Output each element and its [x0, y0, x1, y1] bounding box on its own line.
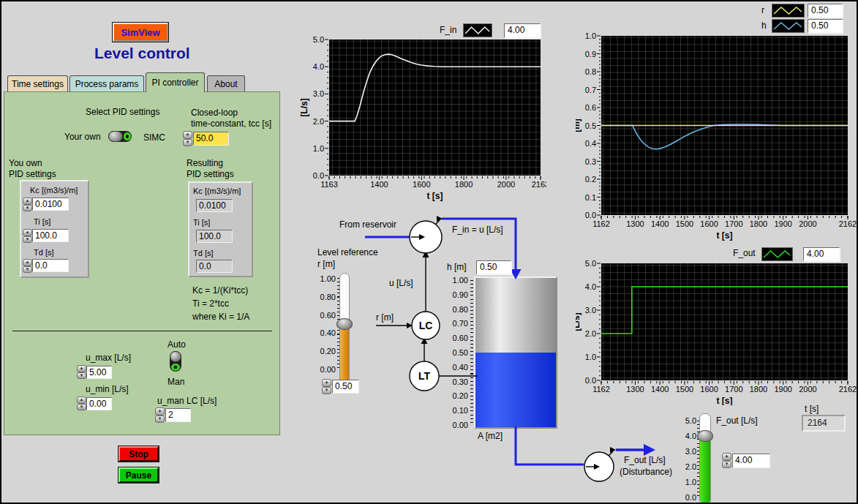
r-arrowhead — [407, 323, 413, 328]
tank-ticks — [470, 280, 473, 426]
level-ref-down[interactable]: ▼ — [322, 387, 331, 395]
scale-label: 1.00 — [320, 274, 336, 283]
own-td-spinner[interactable]: ▲▼ — [23, 259, 32, 273]
level-ref-slider-track[interactable] — [339, 273, 350, 390]
umin-spinner[interactable]: ▲▼ — [77, 396, 86, 410]
own-kc-field[interactable]: 0.0100 — [32, 198, 69, 211]
tcc-spin-up[interactable]: ▲ — [183, 131, 192, 139]
res-td-label: Td [s] — [193, 249, 214, 258]
fout-chart: 0.01.02.03.04.05.01162130014001500160017… — [576, 259, 858, 405]
own-ti-spinner[interactable]: ▲▼ — [23, 229, 32, 243]
umin-up[interactable]: ▲ — [77, 396, 86, 404]
umin-down[interactable]: ▼ — [77, 404, 86, 411]
formula-ti: Ti = 2*tcc — [192, 299, 229, 309]
svg-text:1162: 1162 — [592, 385, 610, 394]
own-td-field[interactable]: 0.0 — [32, 259, 69, 272]
svg-text:4.0: 4.0 — [313, 62, 324, 71]
resulting-pid-title-1: Resulting — [187, 159, 223, 168]
svg-text:1600: 1600 — [413, 180, 430, 189]
toggle-knob[interactable] — [108, 131, 123, 142]
fout-down[interactable]: ▼ — [722, 461, 731, 469]
tcc-spin-down[interactable]: ▼ — [183, 139, 192, 147]
svg-text:1162: 1162 — [592, 219, 610, 228]
umin-field[interactable]: 0.00 — [86, 397, 112, 410]
scale-label: 0.30 — [453, 377, 468, 386]
uman-field[interactable]: 2 — [165, 408, 191, 422]
uman-down[interactable]: ▼ — [155, 415, 165, 424]
umax-down[interactable]: ▼ — [77, 372, 86, 380]
level-ref-label-1: Level reference — [317, 248, 378, 257]
page-title: Level control — [94, 45, 190, 62]
level-ref-slider-knob[interactable] — [336, 318, 353, 330]
valve1-stem-arrowhead — [437, 216, 443, 222]
fin-equation-label: F_in = u [L/s] — [452, 225, 503, 235]
svg-text:1600: 1600 — [700, 385, 718, 394]
uman-spinner[interactable]: ▲▼ — [155, 407, 165, 423]
tank-liquid-region — [475, 353, 556, 427]
tab-time-settings[interactable]: Time settings — [7, 75, 68, 91]
from-reservoir-label: From reservoir — [339, 220, 396, 230]
own-td-down[interactable]: ▼ — [23, 266, 32, 274]
fout-spinner[interactable]: ▲▼ — [722, 453, 731, 468]
scale-label: 0.80 — [320, 293, 336, 301]
tcc-field[interactable]: 50.0 — [193, 132, 229, 146]
fout-up[interactable]: ▲ — [722, 453, 731, 461]
stop-button[interactable]: Stop — [118, 446, 159, 462]
fout-slider-track[interactable] — [699, 413, 711, 504]
scale-label: 0.50 — [453, 348, 468, 357]
svg-text:1300: 1300 — [626, 219, 644, 228]
tcc-spinner[interactable]: ▲▼ — [183, 131, 192, 146]
svg-text:0.2: 0.2 — [585, 175, 596, 184]
umax-field[interactable]: 5.00 — [86, 366, 112, 379]
own-ti-up[interactable]: ▲ — [23, 229, 32, 236]
formula-ki: where Ki = 1/A — [192, 312, 249, 322]
pid-source-toggle[interactable] — [108, 131, 132, 142]
simview-app: SimView Level control Time settings Proc… — [0, 0, 858, 504]
svg-text:2162: 2162 — [839, 385, 857, 394]
tab-pi-controller[interactable]: PI controller — [146, 72, 205, 92]
level-ref-spinner[interactable]: ▲▼ — [322, 379, 331, 394]
svg-text:1300: 1300 — [626, 385, 644, 394]
scale-label: 1.00 — [453, 276, 468, 285]
svg-text:0.1: 0.1 — [585, 193, 596, 202]
own-ti-down[interactable]: ▼ — [23, 236, 32, 244]
scale-label: 0.10 — [453, 406, 468, 415]
scale-label: 2.0 — [685, 462, 696, 471]
auto-man-toggle[interactable] — [170, 351, 181, 372]
tab-about[interactable]: About — [207, 75, 245, 91]
r-legend-icon[interactable] — [772, 4, 805, 18]
own-ti-field[interactable]: 100.0 — [32, 229, 69, 242]
time-display-value: 2164 — [802, 415, 846, 432]
level-ref-field[interactable]: 0.50 — [332, 380, 359, 394]
auto-label: Auto — [168, 340, 186, 350]
scale-label: 0.00 — [320, 365, 336, 374]
uman-up[interactable]: ▲ — [155, 407, 165, 415]
umax-up[interactable]: ▲ — [77, 365, 86, 372]
level-ref-up[interactable]: ▲ — [322, 379, 331, 387]
toggle-v-knob[interactable] — [170, 351, 181, 362]
svg-text:1400: 1400 — [651, 385, 669, 394]
svg-text:t [s]: t [s] — [717, 396, 733, 405]
umax-spinner[interactable]: ▲▼ — [77, 365, 86, 379]
svg-text:5.0: 5.0 — [313, 35, 324, 44]
svg-text:1800: 1800 — [750, 219, 767, 228]
svg-text:3.0: 3.0 — [585, 306, 596, 315]
svg-text:2.0: 2.0 — [313, 117, 324, 126]
own-kc-down[interactable]: ▼ — [23, 205, 32, 212]
fout-field[interactable]: 4.00 — [732, 454, 770, 468]
own-td-up[interactable]: ▲ — [23, 259, 32, 266]
fout-slider-knob[interactable] — [697, 430, 713, 442]
svg-text:2000: 2000 — [799, 219, 816, 228]
toggle-v-green-indicator — [171, 364, 180, 371]
scale-label: 0.00 — [453, 421, 468, 429]
valve2-stem — [608, 451, 613, 456]
tab-process-params[interactable]: Process params — [69, 75, 144, 91]
uman-label: u_man LC [L/s] — [157, 396, 217, 406]
own-kc-spinner[interactable]: ▲▼ — [23, 198, 32, 211]
tank-empty-region — [475, 278, 556, 353]
own-kc-up[interactable]: ▲ — [23, 198, 32, 205]
own-pid-title-2: PID settings — [9, 170, 56, 179]
pause-button[interactable]: Pause — [118, 467, 159, 483]
simview-button[interactable]: SimView — [113, 23, 168, 42]
svg-text:0.3: 0.3 — [585, 157, 596, 166]
